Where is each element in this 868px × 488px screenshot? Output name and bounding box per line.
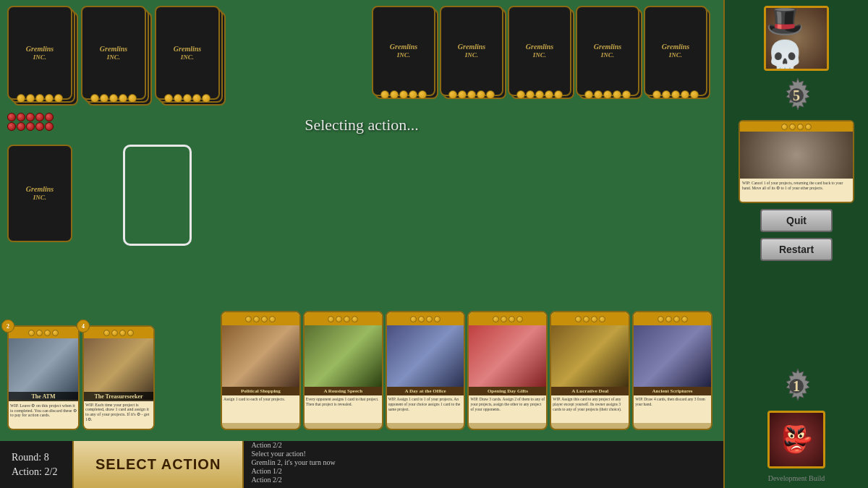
action-cards-row: Political Shopping Assign 1 card to each… [221,311,712,430]
right-panel: 🎩💀 5 WIP: Cancel 1 of your projects, ret… [723,0,868,488]
player-avatar-bottom: 👺 [767,411,825,468]
action-card-day-office[interactable]: A Day at the Office WIP. Assign 1 card t… [386,311,466,430]
player-hand: The ATM WIP. Leave ⚙ on this project whe… [7,325,155,430]
opponent-group-3: GremlinsINC. GremlinsINC. GremlinsINC. [155,6,220,111]
dev-build-label: Development Build [768,474,825,482]
action-card-ancient-scriptures[interactable]: Ancient Scriptures WIP. Draw 4 cards, th… [632,311,712,430]
card-back: GremlinsINC. [7,6,72,100]
round-info: Round: 8 Action: 2/2 [0,441,72,488]
opponent-stack-7: GremlinsINC. GremlinsINC. [576,6,641,100]
opponent-stack-5: GremlinsINC. GremlinsINC. [440,6,505,100]
quit-button[interactable]: Quit [760,209,833,232]
score-gear-bottom: 1 [778,367,815,405]
opponent-group-2: GremlinsINC. GremlinsINC. GremlinsINC. [81,6,146,111]
restart-button[interactable]: Restart [760,238,833,261]
opponent-stack-6: GremlinsINC. GremlinsINC. [508,6,573,100]
opponent-group-1: GremlinsINC. GremlinsINC. GremlinsINC. [7,6,72,111]
action-card-political-shopping[interactable]: Political Shopping Assign 1 card to each… [221,311,301,430]
action-log: Offer for your last turn now Action 1/2 … [244,441,723,488]
game-area: GremlinsINC. GremlinsINC. GremlinsINC. [0,0,868,488]
select-action-button[interactable]: SELECT ACTION [72,441,244,488]
opponent-cards-right-group: GremlinsINC. GremlinsINC. GremlinsINC. [372,6,709,100]
opponent-stack-4: GremlinsINC. GremlinsINC. [372,6,437,100]
action-card-rousing-speech[interactable]: A Rousing Speech Every opponent assigns … [303,311,383,430]
action-card-lucrative-deal[interactable]: A Lucrative Deal WIP. Assign this card t… [550,311,630,430]
player-card-atm[interactable]: The ATM WIP. Leave ⚙ on this project whe… [7,325,80,430]
status-bar: Round: 8 Action: 2/2 SELECT ACTION Offer… [0,441,723,488]
action-card-opening-gifts[interactable]: Opening Day Gifts WIP. Draw 3 cards. Ass… [467,311,548,430]
left-deck-card: GremlinsINC. [7,145,72,242]
right-panel-card: WIP: Cancel 1 of your projects, returnin… [739,120,854,203]
status-text: Selecting action... [0,116,723,134]
empty-card-slot [123,145,192,246]
player-avatar-top: 🎩💀 [764,6,829,71]
score-gear-top: 5 [778,77,815,114]
opponent-stack-8: GremlinsINC. GremlinsINC. [644,6,709,100]
player-card-treasureseeker[interactable]: The Treasureseeker WIP. Each time your p… [82,325,155,430]
